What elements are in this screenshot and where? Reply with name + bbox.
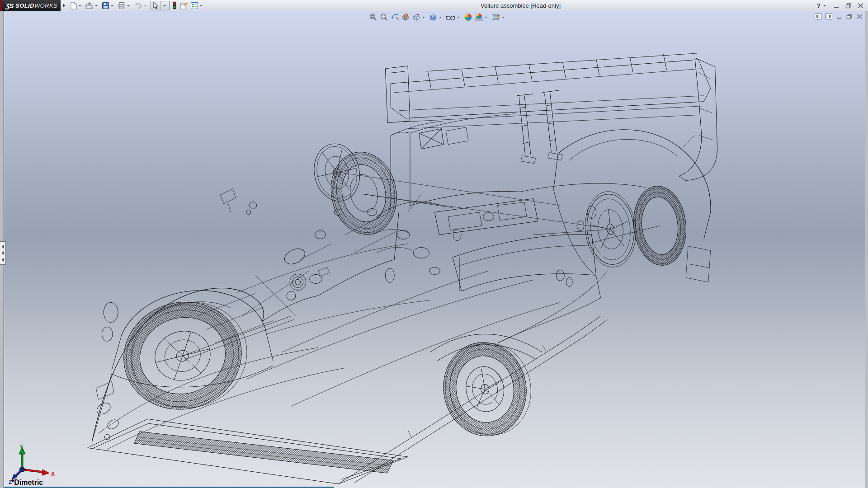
edit-appearance-icon: [464, 13, 472, 21]
doc-minimize-icon: [836, 14, 842, 19]
solidworks-logo[interactable]: ƷS SOLIDWORKS: [0, 0, 61, 11]
appearances-stoplight-icon: [172, 1, 177, 9]
save-icon: [102, 2, 109, 9]
options-checklist-icon: [190, 2, 198, 9]
open-dropdown-icon[interactable]: [95, 5, 98, 6]
open-document-icon: [85, 2, 94, 9]
apply-scene-icon: [475, 13, 483, 21]
collapse-arrow-icon: [2, 258, 4, 262]
save-dropdown-icon[interactable]: [111, 5, 113, 6]
view-settings-icon: [491, 13, 500, 21]
select-tool-dropdown[interactable]: [160, 1, 169, 10]
hide-show-items-button[interactable]: [445, 13, 462, 22]
collapse-arrow-icon: [2, 245, 4, 249]
zoom-to-fit-button[interactable]: [368, 13, 378, 22]
apply-scene-button[interactable]: [474, 13, 490, 22]
window-controls: ?: [816, 0, 863, 11]
undo-icon: [134, 2, 142, 9]
new-dropdown-icon[interactable]: [79, 5, 81, 6]
view-settings-button[interactable]: [491, 13, 507, 22]
new-document-button[interactable]: [69, 0, 84, 10]
titlebar: ƷS SOLIDWORKS: [0, 0, 868, 11]
hide-show-dropdown-icon[interactable]: [457, 17, 460, 18]
view-settings-dropdown-icon[interactable]: [502, 17, 505, 18]
view-orientation-button[interactable]: [412, 13, 427, 22]
doc-restore-icon: [846, 14, 853, 19]
design-binder-button[interactable]: [179, 0, 189, 10]
undo-button[interactable]: [133, 0, 149, 10]
appearances-button[interactable]: [171, 0, 178, 10]
triad-y-label: Y: [19, 444, 23, 450]
help-button[interactable]: ?: [816, 2, 828, 9]
doc-restore-button[interactable]: [846, 14, 853, 19]
minimize-icon: [834, 3, 840, 8]
headsup-view-toolbar: [368, 13, 507, 22]
pane-right-icon: [829, 15, 831, 18]
pane-left-button[interactable]: [815, 14, 821, 19]
section-view-button[interactable]: [401, 13, 410, 22]
display-style-dropdown-icon[interactable]: [439, 17, 442, 18]
zoom-to-area-icon: [380, 13, 388, 21]
options-checklist-button[interactable]: [189, 0, 205, 10]
select-dropdown-icon: [163, 5, 166, 6]
featuremanager-collapse-tab[interactable]: [0, 241, 6, 265]
select-tool-button[interactable]: [151, 1, 160, 10]
close-button[interactable]: [858, 3, 863, 8]
hide-show-items-icon: [446, 13, 456, 21]
new-document-icon: [70, 2, 77, 9]
document-window-controls: [815, 14, 863, 19]
view-orientation-dropdown-icon[interactable]: [422, 17, 425, 18]
main-toolbar: [69, 0, 205, 11]
document-title: Voiture assomblee [Read-only]: [481, 2, 561, 9]
zoom-to-area-button[interactable]: [379, 13, 389, 22]
minimize-button[interactable]: [834, 3, 840, 8]
display-style-icon: [429, 13, 438, 21]
select-cursor-icon: [152, 2, 159, 9]
options-dropdown-icon[interactable]: [200, 5, 203, 6]
close-icon: [858, 3, 863, 8]
doc-minimize-button[interactable]: [836, 14, 842, 19]
help-dropdown-icon: [823, 5, 826, 6]
zoom-to-fit-icon: [369, 13, 377, 21]
design-binder-note-icon: [179, 2, 188, 9]
print-button[interactable]: [117, 0, 132, 10]
open-document-button[interactable]: [85, 0, 100, 10]
doc-close-button[interactable]: [857, 14, 863, 19]
doc-close-icon: [857, 14, 863, 19]
print-icon: [118, 2, 126, 9]
pane-left-icon: [816, 15, 818, 18]
previous-view-button[interactable]: [390, 13, 400, 22]
help-icon: ?: [816, 2, 821, 9]
save-button[interactable]: [101, 0, 116, 10]
graphics-viewport[interactable]: Y X Z *Dimetric: [4, 11, 865, 488]
section-view-icon: [401, 13, 410, 21]
display-style-button[interactable]: [429, 13, 444, 22]
previous-view-icon: [391, 13, 399, 21]
view-orientation-icon: [412, 13, 421, 21]
menu-expand-arrow-icon[interactable]: [63, 4, 65, 7]
view-orientation-label: *Dimetric: [11, 479, 43, 487]
restore-button[interactable]: [845, 3, 852, 9]
wireframe-car-model[interactable]: [4, 11, 865, 488]
print-dropdown-icon[interactable]: [127, 5, 130, 6]
select-tool-active: [151, 1, 170, 10]
edit-appearance-button[interactable]: [463, 13, 473, 22]
apply-scene-dropdown-icon[interactable]: [485, 17, 487, 18]
pane-right-button[interactable]: [826, 14, 832, 19]
ds-logo-glyph: ƷS: [5, 2, 13, 9]
brand-text: SOLIDWORKS: [15, 2, 57, 9]
collapse-arrow-icon: [2, 251, 4, 255]
triad-x-label: X: [51, 471, 55, 477]
restore-icon: [845, 3, 852, 9]
undo-dropdown-icon[interactable]: [144, 5, 146, 6]
